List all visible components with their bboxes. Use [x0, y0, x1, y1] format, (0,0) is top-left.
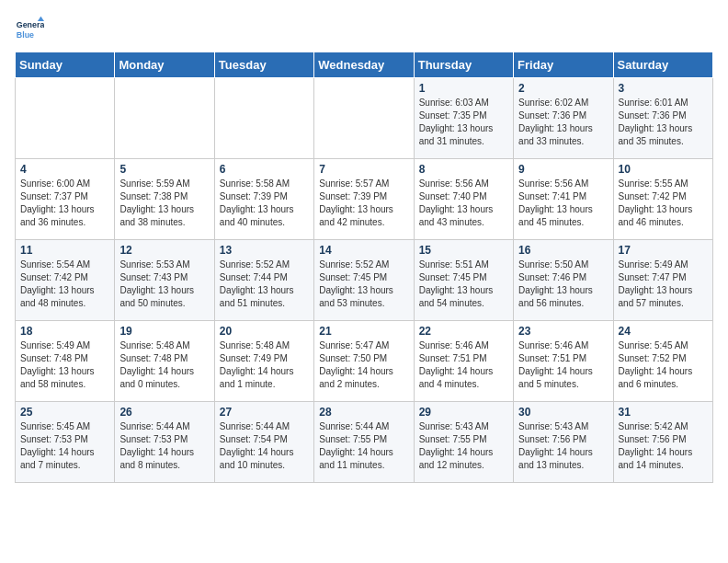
cell-content: Sunrise: 6:00 AM Sunset: 7:37 PM Dayligh…	[20, 178, 109, 229]
cell-content: Sunrise: 5:48 AM Sunset: 7:49 PM Dayligh…	[220, 339, 309, 391]
cell-content: Sunrise: 5:58 AM Sunset: 7:39 PM Dayligh…	[220, 178, 309, 229]
day-number: 15	[419, 244, 508, 257]
day-number: 18	[20, 325, 109, 338]
calendar-cell-w1d0: 4Sunrise: 6:00 AM Sunset: 7:37 PM Daylig…	[16, 159, 115, 240]
cell-content: Sunrise: 5:43 AM Sunset: 7:55 PM Dayligh…	[419, 420, 508, 472]
calendar-cell-w3d4: 22Sunrise: 5:46 AM Sunset: 7:51 PM Dayli…	[414, 321, 513, 402]
calendar-cell-w2d1: 12Sunrise: 5:53 AM Sunset: 7:43 PM Dayli…	[115, 240, 214, 321]
logo-icon: General Blue	[15, 15, 44, 44]
calendar-cell-w1d4: 8Sunrise: 5:56 AM Sunset: 7:40 PM Daylig…	[414, 159, 513, 240]
day-number: 10	[619, 163, 708, 176]
calendar-cell-w1d6: 10Sunrise: 5:55 AM Sunset: 7:42 PM Dayli…	[613, 159, 712, 240]
cell-content: Sunrise: 5:42 AM Sunset: 7:56 PM Dayligh…	[619, 420, 708, 472]
calendar-cell-w1d5: 9Sunrise: 5:56 AM Sunset: 7:41 PM Daylig…	[514, 159, 613, 240]
calendar-cell-w2d3: 14Sunrise: 5:52 AM Sunset: 7:45 PM Dayli…	[314, 240, 414, 321]
calendar-cell-w4d2: 27Sunrise: 5:44 AM Sunset: 7:54 PM Dayli…	[214, 402, 313, 483]
logo: General Blue	[15, 15, 44, 44]
day-number: 4	[20, 163, 109, 176]
day-number: 21	[319, 325, 408, 338]
calendar-cell-w1d3: 7Sunrise: 5:57 AM Sunset: 7:39 PM Daylig…	[314, 159, 414, 240]
cell-content: Sunrise: 5:59 AM Sunset: 7:38 PM Dayligh…	[119, 178, 209, 229]
calendar-cell-w1d1: 5Sunrise: 5:59 AM Sunset: 7:38 PM Daylig…	[115, 159, 214, 240]
calendar-cell-w0d0	[16, 78, 115, 159]
day-number: 1	[419, 82, 508, 95]
cell-content: Sunrise: 5:46 AM Sunset: 7:51 PM Dayligh…	[419, 339, 508, 391]
col-header-wednesday: Wednesday	[314, 52, 414, 78]
col-header-thursday: Thursday	[414, 52, 513, 78]
cell-content: Sunrise: 5:47 AM Sunset: 7:50 PM Dayligh…	[319, 339, 408, 391]
cell-content: Sunrise: 5:52 AM Sunset: 7:44 PM Dayligh…	[220, 259, 309, 310]
day-number: 6	[220, 163, 309, 176]
cell-content: Sunrise: 5:43 AM Sunset: 7:56 PM Dayligh…	[518, 420, 608, 472]
cell-content: Sunrise: 5:44 AM Sunset: 7:55 PM Dayligh…	[319, 420, 408, 472]
day-number: 24	[619, 325, 708, 338]
day-number: 16	[518, 244, 608, 257]
calendar-cell-w4d6: 31Sunrise: 5:42 AM Sunset: 7:56 PM Dayli…	[613, 402, 712, 483]
cell-content: Sunrise: 6:03 AM Sunset: 7:35 PM Dayligh…	[419, 97, 508, 148]
page-header: General Blue	[15, 15, 713, 44]
calendar-cell-w4d1: 26Sunrise: 5:44 AM Sunset: 7:53 PM Dayli…	[115, 402, 214, 483]
cell-content: Sunrise: 5:45 AM Sunset: 7:52 PM Dayligh…	[619, 339, 708, 391]
cell-content: Sunrise: 5:44 AM Sunset: 7:54 PM Dayligh…	[220, 420, 309, 472]
calendar-cell-w0d4: 1Sunrise: 6:03 AM Sunset: 7:35 PM Daylig…	[414, 78, 513, 159]
cell-content: Sunrise: 5:48 AM Sunset: 7:48 PM Dayligh…	[119, 339, 209, 391]
svg-text:General: General	[17, 20, 44, 29]
col-header-tuesday: Tuesday	[214, 52, 313, 78]
col-header-friday: Friday	[514, 52, 613, 78]
day-number: 22	[419, 325, 508, 338]
cell-content: Sunrise: 5:49 AM Sunset: 7:47 PM Dayligh…	[619, 259, 708, 310]
cell-content: Sunrise: 5:56 AM Sunset: 7:41 PM Dayligh…	[518, 178, 608, 229]
calendar-cell-w2d5: 16Sunrise: 5:50 AM Sunset: 7:46 PM Dayli…	[514, 240, 613, 321]
day-number: 17	[619, 244, 708, 257]
cell-content: Sunrise: 5:53 AM Sunset: 7:43 PM Dayligh…	[119, 259, 209, 310]
calendar-cell-w3d1: 19Sunrise: 5:48 AM Sunset: 7:48 PM Dayli…	[115, 321, 214, 402]
day-number: 11	[20, 244, 109, 257]
col-header-monday: Monday	[115, 52, 214, 78]
cell-content: Sunrise: 5:45 AM Sunset: 7:53 PM Dayligh…	[20, 420, 109, 472]
col-header-saturday: Saturday	[613, 52, 712, 78]
day-number: 2	[518, 82, 608, 95]
svg-text:Blue: Blue	[17, 30, 34, 40]
calendar-cell-w2d0: 11Sunrise: 5:54 AM Sunset: 7:42 PM Dayli…	[16, 240, 115, 321]
day-number: 3	[619, 82, 708, 95]
calendar-cell-w3d6: 24Sunrise: 5:45 AM Sunset: 7:52 PM Dayli…	[613, 321, 712, 402]
calendar-cell-w4d3: 28Sunrise: 5:44 AM Sunset: 7:55 PM Dayli…	[314, 402, 414, 483]
calendar-cell-w0d1	[115, 78, 214, 159]
day-number: 7	[319, 163, 408, 176]
calendar-cell-w0d5: 2Sunrise: 6:02 AM Sunset: 7:36 PM Daylig…	[514, 78, 613, 159]
calendar-cell-w1d2: 6Sunrise: 5:58 AM Sunset: 7:39 PM Daylig…	[214, 159, 313, 240]
cell-content: Sunrise: 5:56 AM Sunset: 7:40 PM Dayligh…	[419, 178, 508, 229]
calendar-cell-w2d6: 17Sunrise: 5:49 AM Sunset: 7:47 PM Dayli…	[613, 240, 712, 321]
day-number: 8	[419, 163, 508, 176]
day-number: 12	[119, 244, 209, 257]
calendar-cell-w2d2: 13Sunrise: 5:52 AM Sunset: 7:44 PM Dayli…	[214, 240, 313, 321]
day-number: 13	[220, 244, 309, 257]
calendar-cell-w3d5: 23Sunrise: 5:46 AM Sunset: 7:51 PM Dayli…	[514, 321, 613, 402]
day-number: 14	[319, 244, 408, 257]
calendar-cell-w0d3	[314, 78, 414, 159]
day-number: 5	[119, 163, 209, 176]
day-number: 25	[20, 406, 109, 419]
day-number: 20	[220, 325, 309, 338]
cell-content: Sunrise: 6:02 AM Sunset: 7:36 PM Dayligh…	[518, 97, 608, 148]
cell-content: Sunrise: 5:57 AM Sunset: 7:39 PM Dayligh…	[319, 178, 408, 229]
calendar-table: SundayMondayTuesdayWednesdayThursdayFrid…	[15, 52, 713, 483]
cell-content: Sunrise: 5:54 AM Sunset: 7:42 PM Dayligh…	[20, 259, 109, 310]
day-number: 30	[518, 406, 608, 419]
cell-content: Sunrise: 5:50 AM Sunset: 7:46 PM Dayligh…	[518, 259, 608, 310]
cell-content: Sunrise: 5:49 AM Sunset: 7:48 PM Dayligh…	[20, 339, 109, 391]
cell-content: Sunrise: 5:44 AM Sunset: 7:53 PM Dayligh…	[119, 420, 209, 472]
day-number: 27	[220, 406, 309, 419]
calendar-cell-w0d6: 3Sunrise: 6:01 AM Sunset: 7:36 PM Daylig…	[613, 78, 712, 159]
cell-content: Sunrise: 6:01 AM Sunset: 7:36 PM Dayligh…	[619, 97, 708, 148]
col-header-sunday: Sunday	[16, 52, 115, 78]
day-number: 23	[518, 325, 608, 338]
day-number: 31	[619, 406, 708, 419]
calendar-cell-w3d3: 21Sunrise: 5:47 AM Sunset: 7:50 PM Dayli…	[314, 321, 414, 402]
day-number: 26	[119, 406, 209, 419]
calendar-cell-w4d0: 25Sunrise: 5:45 AM Sunset: 7:53 PM Dayli…	[16, 402, 115, 483]
calendar-cell-w4d4: 29Sunrise: 5:43 AM Sunset: 7:55 PM Dayli…	[414, 402, 513, 483]
day-number: 29	[419, 406, 508, 419]
day-number: 19	[119, 325, 209, 338]
cell-content: Sunrise: 5:46 AM Sunset: 7:51 PM Dayligh…	[518, 339, 608, 391]
